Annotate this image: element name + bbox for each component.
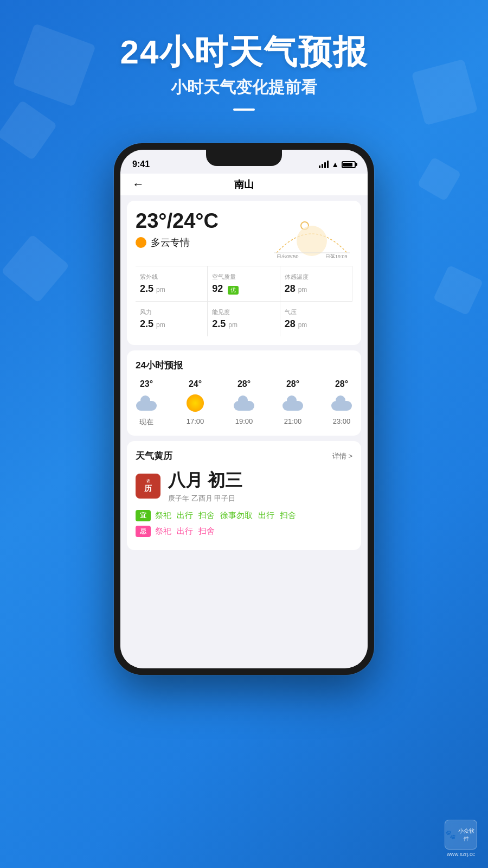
- phone-mockup: 9:41 ▲ ← 南山: [0, 143, 488, 675]
- metric-value-wind: 2.5 pm: [140, 318, 203, 330]
- weather-card: 23°/24°C 多云专情: [127, 201, 361, 345]
- metric-value-feels: 28 pm: [285, 283, 348, 295]
- forecast-row: 23° 现在 24°: [136, 379, 352, 427]
- almanac-ji-row: 忌 祭祀 出行 扫舍: [136, 526, 352, 537]
- forecast-time-0: 现在: [139, 417, 153, 427]
- nav-title: 南山: [234, 178, 254, 191]
- almanac-detail-link[interactable]: 详情 >: [332, 451, 352, 461]
- content-area[interactable]: 23°/24°C 多云专情: [120, 195, 368, 665]
- forecast-item-2300: 28° 23:00: [331, 379, 352, 427]
- metric-label-wind: 风力: [140, 308, 203, 316]
- status-time: 9:41: [132, 159, 150, 169]
- watermark-url: www.xzrj.cc: [447, 851, 475, 857]
- ji-badge: 忌: [136, 526, 151, 537]
- metrics-grid: 紫外线 2.5 pm 空气质量 92 优 体感温度 28 pm: [136, 266, 352, 336]
- metric-label-feels: 体感温度: [285, 273, 348, 281]
- forecast-item-1700: 24° 17:00: [184, 379, 206, 427]
- metric-label-uv: 紫外线: [140, 273, 203, 281]
- almanac-title: 天气黄历: [136, 450, 172, 462]
- forecast-item-2100: 28° 21:00: [282, 379, 304, 427]
- metric-cell-aqi: 空气质量 92 优: [208, 266, 280, 301]
- almanac-lunar-date: 八月 初三: [168, 469, 242, 493]
- forecast-item-1900: 28° 19:00: [233, 379, 255, 427]
- yi-badge: 宜: [136, 510, 151, 521]
- forecast-time-4: 23:00: [333, 417, 351, 425]
- forecast-icon-4: [331, 392, 352, 414]
- forecast-temp-0: 23°: [140, 379, 153, 389]
- weather-dot-icon: [136, 237, 146, 248]
- watermark: 🐾 小众软件 www.xzrj.cc: [445, 820, 477, 857]
- svg-point-1: [297, 226, 327, 256]
- metric-value-visibility: 2.5 pm: [212, 318, 275, 330]
- condition-text: 多云专情: [151, 236, 190, 249]
- forecast-temp-1: 24°: [189, 379, 202, 389]
- metric-cell-pressure: 气压 28 pm: [280, 301, 352, 336]
- metric-value-uv: 2.5 pm: [140, 283, 203, 295]
- almanac-ganzhi: 庚子年 乙酉月 甲子日: [168, 494, 242, 503]
- signal-icon: [319, 161, 329, 168]
- status-icons: ▲: [319, 160, 356, 169]
- forecast-temp-4: 28°: [335, 379, 348, 389]
- main-title: 24小时天气预报: [0, 33, 488, 71]
- metric-cell-feels: 体感温度 28 pm: [280, 266, 352, 301]
- nav-bar: ← 南山: [120, 174, 368, 195]
- forecast-icon-2: [233, 392, 255, 414]
- metric-cell-wind: 风力 2.5 pm: [136, 301, 208, 336]
- watermark-logo: 🐾 小众软件: [445, 820, 477, 850]
- battery-icon: [342, 161, 356, 168]
- title-divider: [233, 108, 255, 111]
- sun-arc-chart: 日出05:50 日落19:09: [271, 209, 352, 258]
- metric-cell-visibility: 能见度 2.5 pm: [208, 301, 280, 336]
- forecast-time-3: 21:00: [284, 417, 302, 425]
- almanac-yi-row: 宜 祭祀 出行 扫舍 徐事勿取 出行 扫舍: [136, 510, 352, 521]
- yi-activity-list: 祭祀 出行 扫舍 徐事勿取 出行 扫舍: [155, 510, 296, 521]
- almanac-badge: 农 历: [136, 474, 160, 499]
- forecast-icon-1: [184, 392, 206, 414]
- metric-cell-uv: 紫外线 2.5 pm: [136, 266, 208, 301]
- almanac-date-row: 农 历 八月 初三 庚子年 乙酉月 甲子日: [136, 469, 352, 503]
- forecast-icon-0: [136, 392, 157, 414]
- ji-activity-list: 祭祀 出行 扫舍: [155, 526, 215, 537]
- forecast-title: 24小时预报: [136, 359, 352, 372]
- metric-label-pressure: 气压: [285, 308, 348, 316]
- sub-title: 小时天气变化提前看: [0, 76, 488, 99]
- svg-text:日出05:50: 日出05:50: [277, 254, 299, 258]
- almanac-header: 天气黄历 详情 >: [136, 450, 352, 462]
- wifi-icon: ▲: [331, 160, 339, 169]
- forecast-temp-3: 28°: [286, 379, 299, 389]
- forecast-temp-2: 28°: [237, 379, 251, 389]
- metric-label-visibility: 能见度: [212, 308, 275, 316]
- forecast-card: 24小时预报 23° 现在: [127, 350, 361, 436]
- metric-value-pressure: 28 pm: [285, 318, 348, 330]
- forecast-time-1: 17:00: [187, 417, 204, 425]
- svg-text:日落19:09: 日落19:09: [325, 254, 348, 258]
- metric-value-aqi: 92 优: [212, 283, 275, 295]
- forecast-icon-3: [282, 392, 304, 414]
- almanac-card: 天气黄历 详情 > 农 历 八月 初三 庚子年 乙酉月 甲子日: [127, 441, 361, 550]
- back-button[interactable]: ←: [132, 177, 144, 192]
- temperature-display: 23°/24°C: [136, 209, 219, 233]
- forecast-time-2: 19:00: [235, 417, 253, 425]
- forecast-item-now: 23° 现在: [136, 379, 157, 427]
- phone-notch: [206, 150, 282, 166]
- metric-label-aqi: 空气质量: [212, 273, 275, 281]
